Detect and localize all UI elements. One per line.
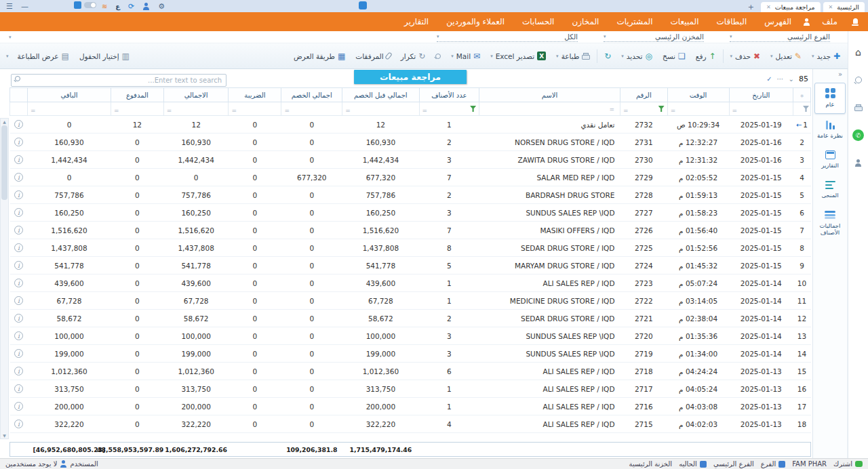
waves-icon[interactable]: ≋ (99, 0, 110, 12)
table-row[interactable]: 1←2025-01-1910:29:34 ص2732تعامل نقدي1120… (10, 116, 811, 134)
table-row[interactable]: 42025-01-1502:05:52 م2729SALAR MED REP /… (10, 169, 811, 186)
export-excel-button[interactable]: Xتصدير Excel▾ (486, 47, 551, 66)
info-icon[interactable]: i (14, 314, 23, 323)
table-row[interactable]: 172025-01-1304:03:08 م2716ALI SALES REP … (10, 398, 811, 415)
table-row[interactable]: 62025-01-1501:58:23 م2727SUNDUS SALES RE… (10, 204, 811, 222)
search-input[interactable] (11, 74, 226, 87)
print-button[interactable]: طباعة▾ (551, 47, 595, 66)
filter-operator-icon[interactable]: = (284, 107, 290, 114)
filter-operator-icon[interactable]: = (732, 107, 738, 114)
search-strip-icon[interactable] (852, 74, 865, 86)
row-info[interactable]: i (10, 134, 28, 151)
info-icon[interactable]: i (14, 367, 23, 375)
chevron-down-icon[interactable]: ▾ (451, 54, 454, 59)
menu-item[interactable]: العملاء والموردين (437, 17, 513, 26)
column-header[interactable]: التاريخ (729, 88, 793, 102)
filter-operator-icon[interactable]: = (231, 107, 237, 114)
new-button[interactable]: ✚جديد▾ (807, 47, 845, 66)
info-icon[interactable]: i (14, 331, 23, 340)
table-row[interactable]: 152025-01-1304:24:24 م2718ALI SALES REP … (10, 363, 811, 380)
row-info[interactable]: i (10, 398, 28, 415)
view-mode-button[interactable]: ▦طريقة العرض (289, 47, 350, 66)
users-icon[interactable] (140, 0, 153, 12)
more-icon[interactable]: ⋯ (777, 75, 784, 83)
table-row[interactable]: 142025-01-1401:34:00 م2719SUNDUS SALES R… (10, 345, 811, 363)
toggle-switch[interactable] (84, 2, 96, 8)
info-icon[interactable]: i (14, 384, 23, 393)
table-row[interactable]: 102025-01-1405:07:24 م2723ALI SALES REP … (10, 274, 811, 292)
sidebar-item[interactable]: اجماليات الأصناف (814, 206, 846, 241)
filterbar-collapse-icon[interactable]: ▾ (5, 35, 15, 40)
menu-item[interactable]: المخازن (563, 17, 608, 26)
scroll-thumb[interactable] (1, 125, 7, 200)
user-strip-icon[interactable] (852, 157, 865, 169)
delete-button[interactable]: ✖حذف▾ (726, 47, 765, 66)
toolbar-overflow-icon[interactable]: ▾ (3, 54, 12, 59)
column-header[interactable]: اجمالي قبل الخصم (342, 88, 419, 102)
table-row[interactable]: 82025-01-1501:52:56 م2725SEDAR DRUG STOR… (10, 239, 811, 257)
filter-operator-icon[interactable]: = (422, 107, 428, 114)
info-icon[interactable]: i (14, 138, 23, 146)
column-header[interactable]: الرقم (620, 88, 667, 102)
filter-cell[interactable]: = (281, 102, 342, 116)
menu-item[interactable]: الفهرس (755, 17, 800, 26)
filter-cell[interactable]: = (111, 102, 163, 116)
filter-cell[interactable]: = (342, 102, 419, 116)
info-icon[interactable]: i (14, 261, 23, 270)
table-row[interactable]: 72025-01-1501:56:40 م2726MASIKI OFFERS /… (10, 222, 811, 239)
table-row[interactable]: 122025-01-1402:38:04 م2721SEDAR DRUG STO… (10, 310, 811, 327)
row-info[interactable]: i (10, 274, 28, 292)
filter-operator-icon[interactable]: = (671, 107, 676, 114)
menu-item[interactable]: التقارير (395, 17, 437, 26)
warehouse-select[interactable]: المخزن الرئيسي▾ (604, 32, 704, 42)
filter-funnel-icon[interactable] (803, 106, 809, 112)
filter-operator-icon[interactable]: = (345, 107, 351, 114)
filter-cell[interactable]: = (163, 102, 229, 116)
bell-icon[interactable] (848, 18, 863, 26)
filter-cell[interactable]: = (419, 102, 479, 116)
tab-home[interactable]: الرئيسية ✕ (823, 2, 865, 12)
filter-cell[interactable]: = (667, 102, 729, 116)
info-icon[interactable]: i (14, 296, 23, 305)
info-icon[interactable]: i (14, 173, 23, 182)
info-icon[interactable]: i (14, 208, 23, 217)
whatsapp-icon[interactable]: ✆ (852, 129, 864, 141)
scope-select[interactable]: الكل▾ (437, 32, 578, 42)
filter-operator-icon[interactable]: = (623, 107, 629, 114)
row-info[interactable]: i (10, 116, 28, 134)
column-header[interactable]: عدد الأصناف (419, 88, 479, 102)
menu-item[interactable]: ملف (813, 17, 846, 26)
sidebar-item[interactable]: عام (814, 83, 846, 114)
row-info[interactable]: i (10, 257, 28, 274)
row-info[interactable]: i (10, 380, 28, 398)
chevron-icon[interactable]: ⌄ (789, 75, 794, 83)
sidebar-item[interactable]: المنحى (814, 176, 846, 204)
scroll-down-icon[interactable]: ▼ (3, 433, 6, 438)
refresh-button[interactable]: ↻ (599, 47, 616, 66)
info-icon[interactable]: i (14, 226, 23, 234)
column-header[interactable]: الاسم (479, 88, 620, 102)
app-blue-icon[interactable] (74, 1, 81, 9)
row-info[interactable]: i (10, 327, 28, 345)
post-button[interactable]: ↑رفع (691, 47, 721, 66)
row-info[interactable]: i (10, 415, 28, 433)
chevron-down-icon[interactable]: ▾ (621, 54, 624, 59)
minimize-icon[interactable]: — (18, 0, 31, 12)
check-icon[interactable]: ✓ (766, 75, 772, 83)
info-icon[interactable]: i (14, 420, 23, 428)
row-info[interactable]: i (10, 345, 28, 363)
menu-item[interactable]: المبيعات (662, 17, 708, 26)
sidebar-item[interactable]: نظرة عامة (814, 116, 846, 144)
chevron-down-icon[interactable]: ▾ (556, 54, 559, 59)
chevron-down-icon[interactable]: ▾ (770, 54, 773, 59)
info-icon[interactable]: i (14, 120, 23, 129)
gear-icon[interactable]: ⚙ (155, 0, 167, 12)
row-info[interactable]: i (10, 222, 28, 239)
select-button[interactable]: ◎تحديد▾ (616, 47, 657, 66)
column-header[interactable]: الوقت (667, 88, 729, 102)
branch-select[interactable]: الفرع الرئيسي▾ (730, 32, 830, 42)
row-info[interactable]: i (10, 310, 28, 327)
filter-cell[interactable] (793, 102, 811, 116)
table-row[interactable]: 112025-01-1403:14:05 م2722MEDICINE DRUG … (10, 292, 811, 310)
sidebar-collapse-icon[interactable]: « (838, 70, 842, 78)
